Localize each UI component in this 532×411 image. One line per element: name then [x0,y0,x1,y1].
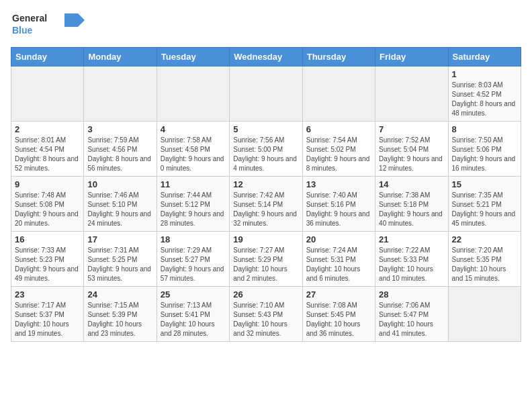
day-info: Sunrise: 7:13 AM Sunset: 5:41 PM Dayligh… [161,301,226,338]
calendar-cell: 2Sunrise: 8:01 AM Sunset: 4:54 PM Daylig… [11,122,84,177]
day-info: Sunrise: 8:01 AM Sunset: 4:54 PM Dayligh… [15,136,80,173]
day-number: 3 [87,124,152,134]
weekday-header: Friday [375,48,448,66]
header: GeneralBlue [11,11,521,40]
calendar-cell: 27Sunrise: 7:08 AM Sunset: 5:45 PM Dayli… [302,287,375,342]
day-info: Sunrise: 7:08 AM Sunset: 5:45 PM Dayligh… [306,301,371,338]
day-info: Sunrise: 7:17 AM Sunset: 5:37 PM Dayligh… [15,301,80,338]
day-info: Sunrise: 8:03 AM Sunset: 4:52 PM Dayligh… [452,81,517,118]
day-info: Sunrise: 7:44 AM Sunset: 5:12 PM Dayligh… [161,191,226,228]
logo: GeneralBlue [11,11,85,40]
day-info: Sunrise: 7:54 AM Sunset: 5:02 PM Dayligh… [306,136,371,173]
calendar-cell: 8Sunrise: 7:50 AM Sunset: 5:06 PM Daylig… [448,122,521,177]
day-info: Sunrise: 7:29 AM Sunset: 5:27 PM Dayligh… [161,246,226,283]
day-number: 25 [161,289,226,300]
day-info: Sunrise: 7:38 AM Sunset: 5:18 PM Dayligh… [379,191,444,228]
day-number: 4 [161,124,226,134]
calendar-cell: 25Sunrise: 7:13 AM Sunset: 5:41 PM Dayli… [157,287,229,342]
day-info: Sunrise: 7:20 AM Sunset: 5:35 PM Dayligh… [452,246,517,283]
day-number: 20 [306,234,371,244]
day-number: 12 [233,179,298,189]
calendar-cell: 26Sunrise: 7:10 AM Sunset: 5:43 PM Dayli… [230,287,302,342]
calendar-cell [302,66,375,122]
day-info: Sunrise: 7:59 AM Sunset: 4:56 PM Dayligh… [87,136,152,173]
calendar-cell: 28Sunrise: 7:06 AM Sunset: 5:47 PM Dayli… [375,287,448,342]
day-number: 28 [379,289,444,300]
calendar-cell: 3Sunrise: 7:59 AM Sunset: 4:56 PM Daylig… [84,122,157,177]
calendar-cell: 22Sunrise: 7:20 AM Sunset: 5:35 PM Dayli… [448,232,521,287]
calendar-cell: 17Sunrise: 7:31 AM Sunset: 5:25 PM Dayli… [84,232,157,287]
day-info: Sunrise: 7:31 AM Sunset: 5:25 PM Dayligh… [87,246,152,283]
calendar-cell [230,66,302,122]
calendar-cell [11,66,84,122]
day-number: 27 [306,289,371,300]
calendar-week-row: 9Sunrise: 7:48 AM Sunset: 5:08 PM Daylig… [11,177,521,232]
calendar-cell: 10Sunrise: 7:46 AM Sunset: 5:10 PM Dayli… [84,177,157,232]
calendar-cell: 5Sunrise: 7:56 AM Sunset: 5:00 PM Daylig… [230,122,302,177]
weekday-header: Wednesday [230,48,302,66]
calendar-cell: 24Sunrise: 7:15 AM Sunset: 5:39 PM Dayli… [84,287,157,342]
calendar-header-row: SundayMondayTuesdayWednesdayThursdayFrid… [11,48,521,66]
day-info: Sunrise: 7:52 AM Sunset: 5:04 PM Dayligh… [379,136,444,173]
weekday-header: Thursday [302,48,375,66]
day-number: 21 [379,234,444,244]
weekday-header: Saturday [448,48,521,66]
day-info: Sunrise: 7:24 AM Sunset: 5:31 PM Dayligh… [306,246,371,283]
calendar-cell: 9Sunrise: 7:48 AM Sunset: 5:08 PM Daylig… [11,177,84,232]
calendar-week-row: 1Sunrise: 8:03 AM Sunset: 4:52 PM Daylig… [11,66,521,122]
svg-text:Blue: Blue [12,25,33,36]
day-info: Sunrise: 7:46 AM Sunset: 5:10 PM Dayligh… [87,191,152,228]
day-number: 10 [87,179,152,189]
day-info: Sunrise: 7:27 AM Sunset: 5:29 PM Dayligh… [233,246,298,283]
calendar-week-row: 16Sunrise: 7:33 AM Sunset: 5:23 PM Dayli… [11,232,521,287]
day-info: Sunrise: 7:15 AM Sunset: 5:39 PM Dayligh… [87,301,152,338]
day-number: 14 [379,179,444,189]
weekday-header: Monday [84,48,157,66]
day-info: Sunrise: 7:58 AM Sunset: 4:58 PM Dayligh… [161,136,226,173]
logo-icon: GeneralBlue [11,11,85,40]
calendar-cell: 21Sunrise: 7:22 AM Sunset: 5:33 PM Dayli… [375,232,448,287]
day-number: 19 [233,234,298,244]
calendar-table: SundayMondayTuesdayWednesdayThursdayFrid… [11,47,521,342]
calendar-cell: 16Sunrise: 7:33 AM Sunset: 5:23 PM Dayli… [11,232,84,287]
calendar-cell: 13Sunrise: 7:40 AM Sunset: 5:16 PM Dayli… [302,177,375,232]
svg-marker-0 [64,13,85,27]
svg-text:General: General [12,13,47,24]
day-number: 17 [87,234,152,244]
calendar-cell [375,66,448,122]
day-number: 1 [452,69,517,79]
day-info: Sunrise: 7:35 AM Sunset: 5:21 PM Dayligh… [452,191,517,228]
calendar-cell: 19Sunrise: 7:27 AM Sunset: 5:29 PM Dayli… [230,232,302,287]
calendar-cell: 18Sunrise: 7:29 AM Sunset: 5:27 PM Dayli… [157,232,229,287]
day-number: 26 [233,289,298,300]
weekday-header: Sunday [11,48,84,66]
weekday-header: Tuesday [157,48,229,66]
calendar-week-row: 23Sunrise: 7:17 AM Sunset: 5:37 PM Dayli… [11,287,521,342]
day-info: Sunrise: 7:40 AM Sunset: 5:16 PM Dayligh… [306,191,371,228]
day-number: 6 [306,124,371,134]
calendar-week-row: 2Sunrise: 8:01 AM Sunset: 4:54 PM Daylig… [11,122,521,177]
day-info: Sunrise: 7:22 AM Sunset: 5:33 PM Dayligh… [379,246,444,283]
day-number: 13 [306,179,371,189]
day-number: 16 [15,234,80,244]
day-number: 11 [161,179,226,189]
calendar-cell: 7Sunrise: 7:52 AM Sunset: 5:04 PM Daylig… [375,122,448,177]
calendar-cell: 23Sunrise: 7:17 AM Sunset: 5:37 PM Dayli… [11,287,84,342]
calendar-cell: 14Sunrise: 7:38 AM Sunset: 5:18 PM Dayli… [375,177,448,232]
day-number: 15 [452,179,517,189]
day-info: Sunrise: 7:56 AM Sunset: 5:00 PM Dayligh… [233,136,298,173]
day-number: 23 [15,289,80,300]
day-number: 18 [161,234,226,244]
calendar-cell: 1Sunrise: 8:03 AM Sunset: 4:52 PM Daylig… [448,66,521,122]
calendar-cell [157,66,229,122]
day-number: 22 [452,234,517,244]
day-number: 8 [452,124,517,134]
calendar-cell: 6Sunrise: 7:54 AM Sunset: 5:02 PM Daylig… [302,122,375,177]
calendar-cell: 4Sunrise: 7:58 AM Sunset: 4:58 PM Daylig… [157,122,229,177]
day-info: Sunrise: 7:48 AM Sunset: 5:08 PM Dayligh… [15,191,80,228]
calendar-cell [84,66,157,122]
calendar-cell: 15Sunrise: 7:35 AM Sunset: 5:21 PM Dayli… [448,177,521,232]
day-info: Sunrise: 7:06 AM Sunset: 5:47 PM Dayligh… [379,301,444,338]
day-info: Sunrise: 7:42 AM Sunset: 5:14 PM Dayligh… [233,191,298,228]
calendar-cell: 12Sunrise: 7:42 AM Sunset: 5:14 PM Dayli… [230,177,302,232]
